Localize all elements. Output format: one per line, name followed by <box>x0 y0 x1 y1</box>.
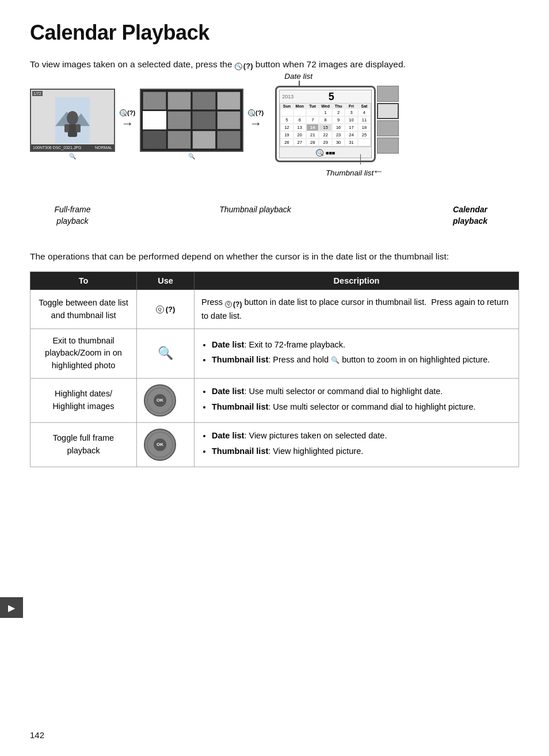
row3-bullet2: Thumbnail list: Use multi selector or co… <box>212 400 512 413</box>
cal-day-22: 22 <box>319 131 331 139</box>
thumb-zoom-icon: 🔍 <box>188 153 195 159</box>
row3-bullet1: Date list: Use multi selector or command… <box>212 385 512 398</box>
row4-to: Toggle full frame playback <box>30 422 137 467</box>
table-row-toggle-ff: Toggle full frame playback OK Date list:… <box>30 422 519 467</box>
cal-wed: Wed <box>319 104 331 109</box>
diagram-sub-labels: Full-frameplayback Thumbnail playback Ca… <box>30 204 519 227</box>
cal-fri: Fri <box>345 104 357 109</box>
cal-day-8: 8 <box>319 116 331 124</box>
table-row-toggle-lists: Toggle between date list and thumbnail l… <box>30 290 519 329</box>
thumb-list-label: Thumbnail list <box>326 169 373 177</box>
cal-day-26: 26 <box>280 139 293 146</box>
q-circle-icon: Q <box>156 306 164 314</box>
cal-sun: Sun <box>280 104 293 109</box>
calendar-screen: 2013 5 Sun Mon Tue Wed Thu <box>279 90 372 158</box>
operations-text: The operations that can be performed dep… <box>30 250 519 264</box>
table-row-highlight: Highlight dates/ Highlight images OK Dat… <box>30 378 519 422</box>
sidebar-playback-icon: ▶ <box>0 597 23 618</box>
q-btn-icon: Q (?) <box>156 305 176 314</box>
cal-sat: Sat <box>358 104 371 109</box>
row3-to: Highlight dates/ Highlight images <box>30 378 137 422</box>
cal-year: 2013 <box>282 94 293 100</box>
col-desc: Description <box>195 272 519 290</box>
cal-day-13: 13 <box>293 124 306 131</box>
ff-person <box>31 90 114 151</box>
thumb-label: Thumbnail playback <box>115 204 395 214</box>
left-arrow: ← <box>372 165 384 178</box>
row2-bullet1: Date list: Exit to 72-frame playback. <box>212 338 512 351</box>
cal-day-24: 24 <box>345 131 357 139</box>
cal-day-16: 16 <box>332 124 345 131</box>
col-use: Use <box>137 272 195 290</box>
intro-paragraph: To view images taken on a selected date,… <box>30 58 519 72</box>
cal-day-4: 4 <box>358 109 371 116</box>
calendar-phone: 2013 5 Sun Mon Tue Wed Thu <box>275 86 376 162</box>
thumb-mini-4 <box>377 138 399 154</box>
cal-with-thumbs: 2013 5 Sun Mon Tue Wed Thu <box>275 86 376 162</box>
right-arrow2: → <box>250 117 262 130</box>
arrow-ff-to-thumb: 🔍 (?) → <box>120 109 135 130</box>
date-list-label: Date list <box>284 72 312 81</box>
q-paren: (?) <box>166 305 176 314</box>
calendar-diagram: Date list 2013 5 Sun <box>275 86 376 162</box>
cal-label: Calendarplayback <box>395 204 519 227</box>
page-title: Calendar Playback <box>30 21 519 45</box>
cal-day-3: 3 <box>345 109 357 116</box>
cal-thumb-strip <box>377 86 400 154</box>
cal-mon: Mon <box>293 104 306 109</box>
row4-use: OK <box>137 422 195 467</box>
right-arrow1: → <box>121 117 134 130</box>
svg-rect-3 <box>68 124 77 137</box>
ff-badge: 1/72 <box>32 91 43 96</box>
ok-center-1: OK <box>154 394 166 407</box>
row1-use: Q (?) <box>137 290 195 329</box>
row4-bullet2: Thumbnail list: View highlighted picture… <box>212 445 512 457</box>
ff-zoom-icon: 🔍 <box>69 153 76 159</box>
row3-use: OK <box>137 378 195 422</box>
cal-day-2: 2 <box>332 109 345 116</box>
diagram-area: 1/72 100N <box>30 86 519 227</box>
row2-desc: Date list: Exit to 72-frame playback. Th… <box>195 329 519 378</box>
cal-tue: Tue <box>306 104 319 109</box>
cal-day-11: 11 <box>358 116 371 124</box>
row4-bullet1: Date list: View pictures taken on select… <box>212 429 512 442</box>
cal-day-25: 25 <box>358 131 371 139</box>
row4-desc: Date list: View pictures taken on select… <box>195 422 519 467</box>
row2-bullet2: Thumbnail list: Press and hold 🔍 button … <box>212 353 512 366</box>
cal-day-31: 31 <box>345 139 357 146</box>
cal-day-28: 28 <box>306 139 319 146</box>
cal-day-23: 23 <box>332 131 345 139</box>
cal-day-29: 29 <box>319 139 331 146</box>
q-inline: Q(?) <box>225 299 242 310</box>
cal-day-10: 10 <box>345 116 357 124</box>
thumb-screen <box>140 89 243 152</box>
cal-month: 5 <box>329 91 334 102</box>
cal-day-19: 19 <box>280 131 293 139</box>
page: ▶ Calendar Playback To view images taken… <box>0 0 549 756</box>
cal-bar-text: ■■■ <box>326 150 335 156</box>
svg-rect-4 <box>64 124 69 132</box>
cal-bottom-bar: 🔍 ■■■ <box>280 147 371 158</box>
row1-to: Toggle between date list and thumbnail l… <box>30 290 137 329</box>
thumb-mini-1 <box>377 86 399 102</box>
col-to: To <box>30 272 137 290</box>
ok-button-1: OK <box>144 384 176 417</box>
ok-button-2: OK <box>144 429 176 461</box>
cal-thu: Thu <box>332 104 345 109</box>
page-number: 142 <box>30 730 44 740</box>
cal-day-14-highlight: 14 <box>306 124 319 131</box>
cal-day-empty <box>280 109 293 116</box>
cal-day-5: 5 <box>280 116 293 124</box>
ff-label: Full-frameplayback <box>30 204 115 227</box>
cal-day-27: 27 <box>293 139 306 146</box>
row2-use: 🔍 <box>137 329 195 378</box>
ff-screen: 1/72 100N <box>30 89 115 152</box>
cal-day-30: 30 <box>332 139 345 146</box>
thumb-mini-3 <box>377 120 399 136</box>
cal-day-17: 17 <box>345 124 357 131</box>
operations-table: To Use Description Toggle between date l… <box>30 272 519 467</box>
calendar-grid: Sun Mon Tue Wed Thu Fri Sat <box>280 103 371 147</box>
arrow-thumb-to-cal: 🔍 (?) → <box>248 109 264 130</box>
row1-desc: Press Q(?) button in date list to place … <box>195 290 519 329</box>
ff-info-bar: 100NT306 DSC_0321.JPG NORMAL <box>31 144 114 151</box>
